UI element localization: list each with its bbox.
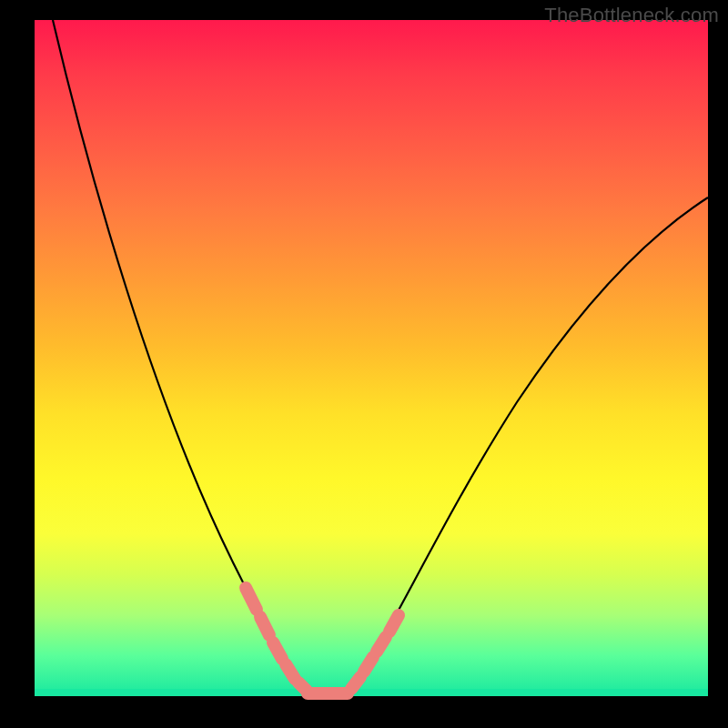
svg-line-1 — [260, 617, 269, 635]
svg-line-0 — [246, 588, 257, 610]
curve-left-branch — [53, 20, 306, 691]
bottleneck-curve-svg — [35, 20, 708, 696]
baseline-strip — [35, 689, 708, 696]
chart-frame: TheBottleneck.com — [0, 0, 728, 728]
highlight-right — [351, 615, 399, 689]
svg-line-2 — [273, 642, 282, 659]
svg-line-8 — [377, 637, 386, 652]
svg-line-7 — [364, 657, 373, 672]
svg-line-3 — [286, 664, 295, 679]
plot-area — [35, 20, 708, 696]
svg-line-9 — [389, 615, 399, 632]
highlight-left — [246, 588, 307, 691]
svg-line-6 — [351, 677, 360, 689]
